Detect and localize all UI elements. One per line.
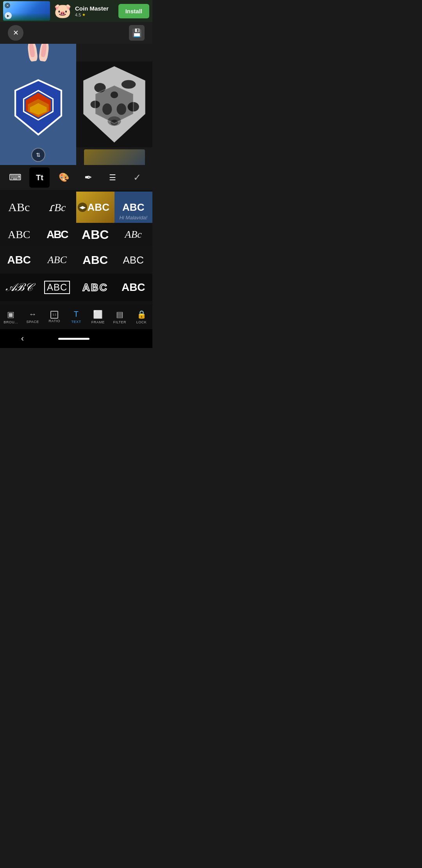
font-item-10[interactable]: ABC (38, 246, 77, 274)
lock-icon: 🔒 (137, 310, 147, 319)
font-sample-6: ABC (46, 228, 68, 241)
keyboard-button[interactable]: ⌨ (5, 167, 25, 188)
font-sample-1: ABc (8, 201, 30, 214)
scroll-arrow[interactable]: ⇅ (31, 148, 45, 162)
font-item-7[interactable]: ABC (76, 223, 114, 246)
canvas-right (76, 44, 152, 165)
bottom-tool-text[interactable]: T TEXT (68, 310, 85, 324)
font-sample-14: ABC (44, 281, 70, 294)
home-pill[interactable] (58, 338, 89, 340)
align-icon: ☰ (109, 173, 116, 182)
font-panel: ABc ɾBc ◀▶ ABC ABC Hi Malavida! ABC ABC … (0, 190, 152, 304)
back-button[interactable]: ‹ (13, 330, 32, 347)
ad-title: Coin Master (75, 5, 115, 12)
frame-icon: ⬜ (93, 310, 103, 319)
font-row-4: 𝒜ℬ𝒞 ABC ABC ABC (0, 274, 152, 301)
font-toolbar: ⌨ Tt 🎨 ✒ ☰ ✓ (0, 165, 152, 190)
bottom-tool-ratio[interactable]: 1:1 RATIO (46, 311, 63, 323)
text-size-icon: Tt (36, 173, 43, 182)
bottom-tool-lock[interactable]: 🔒 LOCK (133, 310, 150, 324)
font-sample-7: ABC (82, 228, 109, 242)
bottom-tool-space[interactable]: ↔ SPACE (24, 310, 41, 324)
font-sample-16: ABC (122, 281, 145, 294)
ad-rating: 4.5 ★ (75, 13, 115, 17)
lock-label: LOCK (136, 320, 147, 324)
font-sample-11: ABC (82, 253, 108, 267)
font-row-1: ABc ɾBc ◀▶ ABC ABC Hi Malavida! (0, 192, 152, 223)
ad-info: Coin Master 4.5 ★ (75, 5, 115, 17)
font-sample-2: ɾBc (48, 201, 66, 214)
close-icon: ✕ (13, 29, 19, 37)
keyboard-icon: ⌨ (9, 172, 21, 183)
ratio-icon: 1:1 (50, 311, 58, 319)
font-sample-9: ABC (7, 254, 31, 266)
ad-rating-value: 4.5 (75, 13, 81, 17)
dog-face-svg (76, 44, 152, 165)
font-item-5[interactable]: ABC (0, 223, 38, 246)
ad-close-icon[interactable]: ✕ (5, 3, 10, 8)
ad-star-icon: ★ (82, 13, 86, 17)
font-hi-text: Hi Malavida! (119, 215, 147, 221)
check-button[interactable]: ✓ (127, 167, 147, 188)
bunny-ears (28, 44, 48, 61)
font-sample-10: ABC (48, 254, 67, 266)
text-size-button[interactable]: Tt (29, 167, 50, 188)
canvas-area: ⇅ (0, 44, 152, 165)
font-item-9[interactable]: ABC (0, 246, 38, 274)
background-icon: ▣ (7, 310, 14, 319)
bottom-tool-filter[interactable]: ▤ FILTER (111, 310, 128, 324)
font-sample-5: ABC (8, 228, 30, 241)
text-icon: T (74, 310, 79, 319)
font-sample-3: ABC (88, 201, 109, 213)
font-item-1[interactable]: ABc (0, 192, 38, 223)
back-icon: ‹ (21, 334, 24, 343)
frame-label: FRAME (91, 320, 105, 324)
font-item-12[interactable]: ABC (114, 246, 153, 274)
close-button[interactable]: ✕ (8, 25, 23, 41)
bottom-tool-background[interactable]: ▣ BROU... (2, 310, 20, 324)
font-row-2: ABC ABC ABC ABc (0, 223, 152, 246)
font-item-3[interactable]: ◀▶ ABC (76, 192, 114, 223)
font-sample-15: ABC (82, 282, 108, 294)
canvas-left: ⇅ (0, 44, 76, 165)
font-item-15[interactable]: ABC (76, 274, 114, 301)
font-arrow-left[interactable]: ◀▶ (78, 203, 87, 212)
align-button[interactable]: ☰ (102, 167, 123, 188)
font-item-8[interactable]: ABc (114, 223, 153, 246)
filter-label: FILTER (113, 320, 126, 324)
font-sample-4: ABC (122, 201, 144, 213)
ad-mascot: 🐷 (53, 1, 72, 21)
ratio-label: RATIO (49, 319, 60, 323)
font-item-4[interactable]: ABC Hi Malavida! (114, 192, 153, 223)
ad-play-icon: ▶ (5, 12, 12, 19)
palette-button[interactable]: 🎨 (54, 167, 74, 188)
badge-svg (13, 78, 64, 137)
save-icon: 💾 (132, 28, 142, 38)
filter-icon: ▤ (116, 310, 123, 319)
font-item-16[interactable]: ABC (114, 274, 153, 301)
partial-badge (84, 149, 145, 165)
font-sample-8: ABc (125, 229, 142, 240)
save-button[interactable]: 💾 (129, 25, 145, 41)
font-item-2[interactable]: ɾBc (38, 192, 77, 223)
bottom-toolbar: ▣ BROU... ↔ SPACE 1:1 RATIO T TEXT ⬜ FRA… (0, 304, 152, 329)
bottom-tool-frame[interactable]: ⬜ FRAME (89, 310, 107, 324)
space-icon: ↔ (29, 310, 37, 319)
font-sample-13: 𝒜ℬ𝒞 (6, 281, 32, 294)
stamp-button[interactable]: ✒ (78, 167, 98, 188)
palette-icon: 🎨 (59, 172, 69, 183)
top-toolbar: ✕ 💾 (0, 22, 152, 44)
font-item-14[interactable]: ABC (38, 274, 77, 301)
font-item-6[interactable]: ABC (38, 223, 77, 246)
check-icon: ✓ (133, 172, 141, 183)
ad-install-button[interactable]: Install (118, 4, 149, 18)
dog-image (76, 44, 152, 165)
font-item-11[interactable]: ABC (76, 246, 114, 274)
space-label: SPACE (26, 320, 39, 324)
background-label: BROU... (4, 320, 18, 324)
font-row-3: ABC ABC ABC ABC (0, 246, 152, 274)
stamp-icon: ✒ (84, 172, 92, 183)
svg-point-8 (122, 80, 136, 89)
ad-banner: ▶ ✕ 🐷 Coin Master 4.5 ★ Install (0, 0, 152, 22)
font-item-13[interactable]: 𝒜ℬ𝒞 (0, 274, 38, 301)
